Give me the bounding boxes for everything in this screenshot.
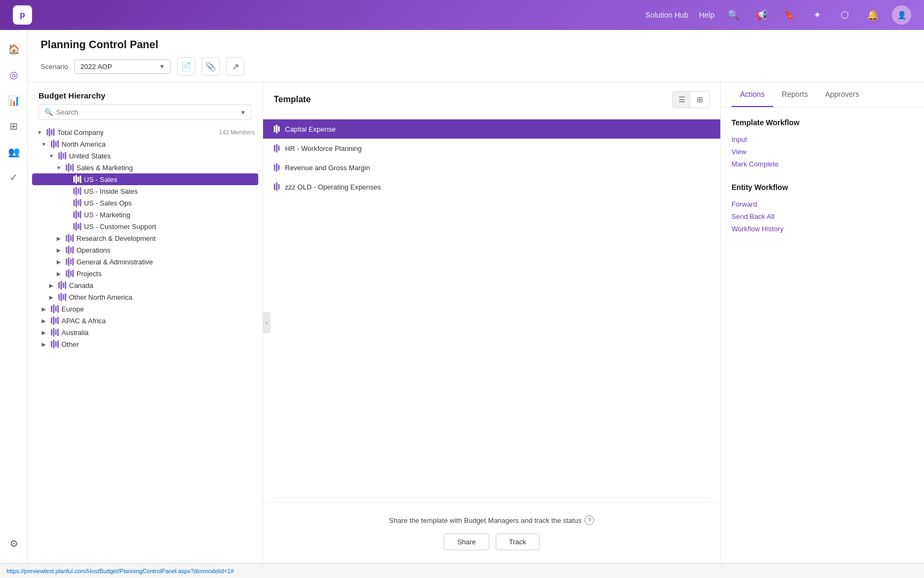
workflow-link-mark-complete[interactable]: Mark Complete [732, 158, 913, 170]
tree-label-sales-marketing: Sales & Marketing [76, 164, 255, 172]
right-collapse-handle[interactable]: › [720, 312, 721, 333]
budget-panel-title: Budget Hierarchy [28, 82, 263, 104]
tree-node-us-sales[interactable]: ▶ US - Sales [32, 173, 258, 185]
template-item-zzz-old[interactable]: zzz OLD - Operating Expenses [263, 177, 720, 196]
settings-nav-item[interactable]: ⚙ [3, 533, 25, 554]
tree-node-north-america[interactable]: ▼ North America [32, 138, 258, 150]
users-nav-item[interactable]: 👥 [3, 141, 25, 163]
tree-node-general-admin[interactable]: ▶ General & Administrative [32, 256, 258, 268]
tree-toggle-canada[interactable]: ▶ [47, 281, 56, 290]
tasks-nav-item[interactable]: ✓ [3, 167, 25, 188]
tree-node-other[interactable]: ▶ Other [32, 338, 258, 350]
left-collapse-handle[interactable]: ‹ [263, 312, 271, 333]
workflow-link-workflow-history[interactable]: Workflow History [732, 223, 913, 235]
tree-toggle-europe[interactable]: ▶ [40, 305, 48, 313]
workflow-link-input[interactable]: Input [732, 133, 913, 146]
app-logo[interactable]: p [13, 5, 32, 25]
track-button[interactable]: Track [496, 534, 540, 550]
announcements-icon[interactable]: 📢 [753, 6, 770, 24]
top-nav-left: p [13, 5, 32, 25]
tree-label-apac-africa: APAC & Africa [61, 317, 255, 325]
tree-toggle-sales-marketing[interactable]: ▼ [55, 163, 63, 172]
app-body: 🏠 ◎ 📊 ⊞ 👥 ✓ ⚙ Planning Control Panel Sce… [0, 30, 924, 563]
info-icon[interactable]: ? [584, 515, 594, 525]
bookmark-icon[interactable]: 🔖 [781, 6, 798, 24]
tree-label-research-dev: Research & Development [76, 234, 255, 242]
tree-node-canada[interactable]: ▶ Canada [32, 279, 258, 291]
tree-icon-australia [51, 328, 59, 337]
tab-reports[interactable]: Reports [773, 82, 817, 107]
tree-label-total-company: Total Company [57, 128, 215, 136]
template-item-revenue-margin[interactable]: Revenue and Gross Margin [263, 158, 720, 177]
tree-toggle-research-dev[interactable]: ▶ [55, 234, 63, 242]
tree-toggle-other-north-america[interactable]: ▶ [47, 293, 56, 301]
template-icon-zzz-old [274, 182, 280, 191]
tree-node-us-sales-ops[interactable]: ▶ US - Sales Ops [32, 197, 258, 209]
grid-nav-item[interactable]: ⊞ [3, 116, 25, 137]
shield-icon[interactable]: ⬡ [836, 6, 853, 24]
workflow-link-forward[interactable]: Forward [732, 198, 913, 210]
tree-toggle-operations[interactable]: ▶ [55, 246, 63, 254]
top-nav: p Solution Hub Help 🔍 📢 🔖 ✦ ⬡ 🔔 👤 [0, 0, 924, 30]
tree-node-australia[interactable]: ▶ Australia [32, 326, 258, 338]
tree-icon-us-inside-sales [73, 187, 81, 195]
tree-label-north-america: North America [61, 140, 255, 148]
reports-nav-item[interactable]: 📊 [3, 90, 25, 111]
scenario-select[interactable]: 2022 AOP ▼ [74, 59, 171, 74]
trend-icon-btn[interactable]: ↗ [226, 57, 244, 75]
template-icon-hr-workforce [274, 144, 280, 153]
tree-node-total-company[interactable]: ▼ Total Company 142 Members [32, 126, 258, 138]
tab-approvers[interactable]: Approvers [817, 82, 868, 107]
share-button[interactable]: Share [444, 534, 489, 550]
entity-workflow-title: Entity Workflow [732, 183, 913, 192]
tree-toggle-north-america[interactable]: ▼ [40, 140, 48, 148]
scenario-dropdown-icon: ▼ [159, 63, 165, 70]
tree-toggle-australia[interactable]: ▶ [40, 328, 48, 337]
compass-icon[interactable]: ✦ [808, 6, 826, 24]
tree-label-europe: Europe [61, 305, 255, 313]
workflow-link-view[interactable]: View [732, 146, 913, 158]
tree-icon-europe [51, 305, 59, 313]
tree-toggle-total-company[interactable]: ▼ [35, 128, 44, 136]
tree-toggle-apac-africa[interactable]: ▶ [40, 316, 48, 325]
tree-node-united-states[interactable]: ▼ United States [32, 150, 258, 162]
template-item-hr-workforce[interactable]: HR - Workforce Planning [263, 139, 720, 158]
grid-view-btn[interactable]: ⊞ [691, 92, 709, 108]
planning-nav-item[interactable]: ◎ [3, 64, 25, 86]
user-avatar[interactable]: 👤 [892, 5, 911, 25]
tree-node-us-inside-sales[interactable]: ▶ US - Inside Sales [32, 185, 258, 197]
tree-label-canada: Canada [69, 282, 255, 290]
attachment-icon-btn[interactable]: 📎 [202, 57, 220, 75]
search-dropdown-icon[interactable]: ▼ [240, 109, 246, 116]
tree-node-sales-marketing[interactable]: ▼ Sales & Marketing [32, 162, 258, 173]
tree-icon-us-customer-support [73, 222, 81, 231]
list-view-btn[interactable]: ☰ [673, 92, 691, 108]
tree-node-research-dev[interactable]: ▶ Research & Development [32, 232, 258, 244]
template-item-capital-expense[interactable]: Capital Expense [263, 119, 720, 139]
tree-node-us-customer-support[interactable]: ▶ US - Customer Support [32, 220, 258, 232]
template-divider [274, 497, 710, 498]
home-nav-item[interactable]: 🏠 [3, 39, 25, 60]
tree-toggle-other[interactable]: ▶ [40, 340, 48, 348]
notifications-icon[interactable]: 🔔 [864, 6, 881, 24]
scenario-label: Scenario [41, 63, 68, 71]
tab-actions[interactable]: Actions [732, 82, 773, 107]
tree-node-projects[interactable]: ▶ Projects [32, 268, 258, 279]
search-input[interactable] [56, 108, 237, 116]
tree-node-us-marketing[interactable]: ▶ US - Marketing [32, 209, 258, 220]
solution-hub-link[interactable]: Solution Hub [645, 11, 688, 19]
help-link[interactable]: Help [699, 11, 714, 19]
tree-node-other-north-america[interactable]: ▶ Other North America [32, 291, 258, 303]
search-icon[interactable]: 🔍 [725, 6, 742, 24]
tree-toggle-projects[interactable]: ▶ [55, 269, 63, 278]
entity-workflow-section: Entity Workflow Forward Send Back All Wo… [732, 183, 913, 235]
workflow-link-send-back-all[interactable]: Send Back All [732, 210, 913, 223]
document-icon-btn[interactable]: 📄 [177, 57, 195, 75]
tree-icon-research-dev [66, 234, 74, 242]
tree-node-apac-africa[interactable]: ▶ APAC & Africa [32, 315, 258, 326]
tree-toggle-united-states[interactable]: ▼ [47, 151, 56, 160]
tree-node-operations[interactable]: ▶ Operations [32, 244, 258, 256]
search-box[interactable]: 🔍 ▼ [38, 104, 252, 120]
tree-node-europe[interactable]: ▶ Europe [32, 303, 258, 315]
tree-toggle-general-admin[interactable]: ▶ [55, 257, 63, 266]
